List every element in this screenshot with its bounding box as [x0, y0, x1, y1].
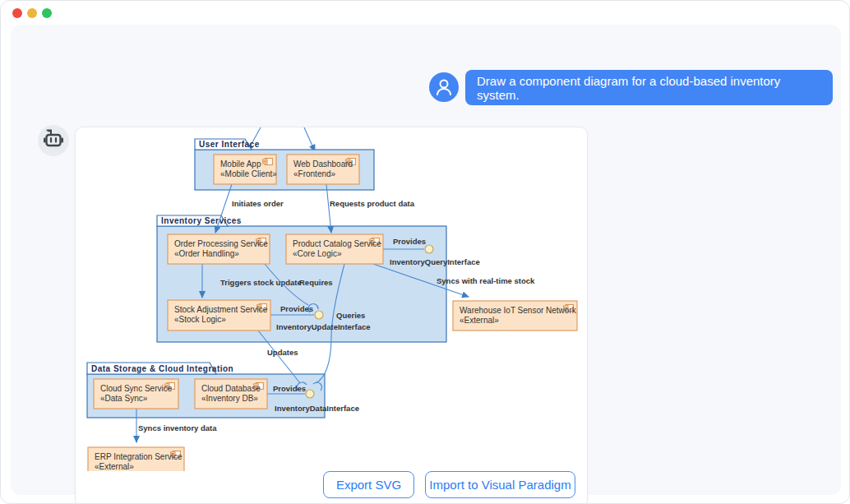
diagram-canvas: User Interface Inventory Services Data S… [75, 127, 588, 504]
component-diagram: User Interface Inventory Services Data S… [76, 127, 589, 471]
svg-text:«Order Handling»: «Order Handling» [174, 249, 239, 258]
component-web-dashboard: Web Dashboard «Frontend» [287, 155, 359, 184]
svg-text:«Mobile Client»: «Mobile Client» [220, 169, 277, 178]
main-panel: Draw a component diagram for a cloud-bas… [11, 25, 841, 495]
svg-text:Cloud Sync Service: Cloud Sync Service [100, 384, 173, 393]
component-cloud-sync: Cloud Sync Service «Data Sync» [94, 379, 178, 409]
label-syncs-inventory-data: Syncs inventory data [138, 423, 217, 432]
user-message-text: Draw a component diagram for a cloud-bas… [477, 74, 821, 102]
user-avatar [429, 72, 459, 102]
label-provides-query: Provides [393, 237, 426, 246]
svg-text:«External»: «External» [460, 316, 499, 325]
component-cloud-database: Cloud Database «Inventory DB» [195, 379, 267, 409]
label-syncs-realtime: Syncs with real-time stock [437, 276, 535, 285]
minimize-window-button[interactable] [27, 8, 37, 18]
svg-text:Warehouse IoT Sensor Network: Warehouse IoT Sensor Network [460, 306, 577, 315]
label-inventory-data-interface: InventoryDataInterface [275, 404, 359, 413]
svg-text:ERP Integration Service: ERP Integration Service [95, 452, 182, 461]
maximize-window-button[interactable] [42, 8, 52, 18]
component-product-catalog: Product Catalog Service «Core Logic» [286, 234, 383, 264]
bot-badge [38, 125, 69, 156]
edge-requests-product-data [326, 184, 331, 233]
svg-text:«Data Sync»: «Data Sync» [100, 394, 148, 403]
svg-text:Cloud Database: Cloud Database [201, 384, 261, 393]
label-requests-product-data: Requests product data [330, 199, 415, 208]
svg-text:«Stock Logic»: «Stock Logic» [174, 315, 226, 324]
label-inventory-update-interface: InventoryUpdateInterface [276, 322, 371, 331]
edge-into-web-dashboard [304, 127, 315, 151]
export-svg-button[interactable]: Export SVG [323, 471, 414, 498]
label-updates: Updates [267, 348, 298, 357]
label-queries: Queries [336, 311, 365, 320]
svg-text:«External»: «External» [95, 462, 134, 471]
label-provides-data: Provides [273, 384, 306, 393]
svg-text:Product Catalog Service: Product Catalog Service [293, 239, 381, 248]
person-icon [429, 72, 459, 102]
label-requires: Requires [299, 278, 333, 287]
label-inventory-query-interface: InventoryQueryInterface [390, 257, 480, 266]
svg-text:Order Processing Service: Order Processing Service [174, 239, 268, 248]
label-initiates-order: Initiates order [232, 199, 284, 208]
import-visual-paradigm-button[interactable]: Import to Visual Paradigm [425, 471, 575, 498]
component-erp-integration: ERP Integration Service «External» [88, 447, 184, 471]
svg-text:«Frontend»: «Frontend» [293, 169, 336, 178]
svg-text:Stock Adjustment Service: Stock Adjustment Service [174, 305, 268, 314]
component-stock-adjustment: Stock Adjustment Service «Stock Logic» [168, 300, 270, 331]
component-warehouse-iot: Warehouse IoT Sensor Network «External» [453, 301, 577, 331]
package-user-interface-label: User Interface [199, 140, 260, 149]
label-provides-update: Provides [280, 304, 313, 313]
robot-icon [38, 125, 69, 156]
package-inventory-services-label: Inventory Services [161, 216, 242, 225]
component-order-processing: Order Processing Service «Order Handling… [168, 234, 270, 264]
close-window-button[interactable] [12, 8, 22, 18]
package-data-storage-label: Data Storage & Cloud Integration [91, 364, 233, 373]
svg-text:«Inventory DB»: «Inventory DB» [201, 394, 258, 403]
app-window: Draw a component diagram for a cloud-bas… [0, 0, 850, 504]
user-message-bubble: Draw a component diagram for a cloud-bas… [465, 70, 833, 105]
component-mobile-app: Mobile App «Mobile Client» [214, 155, 277, 184]
svg-text:Web Dashboard: Web Dashboard [293, 160, 353, 169]
label-triggers-stock-update: Triggers stock update [220, 278, 302, 287]
svg-text:Mobile App: Mobile App [220, 160, 261, 169]
svg-text:«Core Logic»: «Core Logic» [293, 249, 342, 258]
